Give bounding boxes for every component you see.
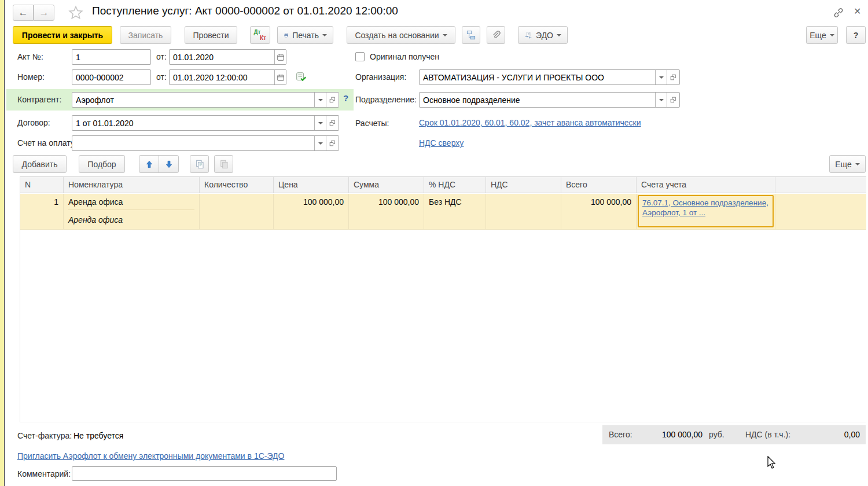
create-based-on-button[interactable]: Создать на основании (347, 26, 455, 44)
counterparty-label: Контрагент: (17, 92, 61, 108)
number-box (72, 69, 151, 85)
favorite-star-icon[interactable] (68, 5, 84, 21)
counterparty-check-help[interactable]: ? (343, 93, 348, 103)
settlements-vat-link[interactable]: НДС сверху (419, 138, 464, 148)
settlements-label: Расчеты: (355, 116, 389, 131)
open-form-icon (329, 119, 336, 127)
department-dropdown-button[interactable] (655, 93, 667, 107)
print-label: Печать (292, 31, 319, 40)
contract-open-button[interactable] (326, 116, 339, 130)
cell-total[interactable]: 100 000,00 (561, 194, 637, 229)
paste-rows-button[interactable] (214, 155, 233, 173)
save-label: Записать (128, 31, 163, 40)
act-date-input[interactable] (170, 50, 274, 64)
cell-vat-rate[interactable]: Без НДС (424, 194, 486, 229)
payment-invoice-dropdown-button[interactable] (314, 136, 326, 150)
cell-accounts[interactable]: 76.07.1, Основное подразделение, Аэрофло… (637, 194, 775, 229)
number-date-calendar-button[interactable] (274, 70, 286, 84)
column-header-nomenclature[interactable]: Номенклатура (64, 177, 200, 193)
column-header-vat[interactable]: НДС (486, 177, 561, 193)
invoice-value: Не требуется (73, 428, 123, 444)
organization-label: Организация: (355, 69, 406, 85)
counterparty-dropdown-button[interactable] (314, 93, 326, 107)
number-date-input[interactable] (170, 70, 274, 84)
column-header-total[interactable]: Всего (561, 177, 637, 193)
move-row-down-button[interactable] (159, 155, 179, 173)
pick-label: Подбор (87, 160, 116, 169)
more-button-table[interactable]: Еще (829, 155, 866, 173)
back-button[interactable]: ← (13, 5, 34, 21)
cell-n[interactable]: 1 (20, 194, 64, 229)
post-button[interactable]: Провести (185, 26, 237, 44)
set-current-time-icon[interactable] (295, 71, 307, 83)
act-date-calendar-button[interactable] (274, 50, 286, 64)
column-header-n[interactable]: N (20, 177, 64, 193)
arrow-down-icon (164, 160, 174, 169)
copy-rows-button[interactable] (190, 155, 209, 173)
document-window: ← → Поступление услуг: Акт 0000-000002 о… (4, 0, 868, 486)
save-button[interactable]: Записать (120, 26, 171, 44)
column-header-accounts[interactable]: Счета учета (637, 177, 775, 193)
cell-vat[interactable] (486, 194, 561, 229)
table-row[interactable]: 1 Аренда офиса Аренда офиса 100 000,00 1… (20, 194, 866, 230)
column-header-price[interactable]: Цена (274, 177, 349, 193)
organization-dropdown-button[interactable] (655, 70, 667, 84)
act-number-input[interactable] (72, 50, 150, 64)
pick-button[interactable]: Подбор (79, 155, 125, 173)
department-label: Подразделение: (355, 92, 417, 108)
column-header-quantity[interactable]: Количество (200, 177, 274, 193)
comment-input[interactable] (72, 467, 336, 480)
totals-value: 100 000,00 (637, 425, 703, 444)
original-received-checkbox[interactable] (355, 52, 365, 61)
cell-nomenclature[interactable]: Аренда офиса Аренда офиса (64, 194, 200, 229)
payment-invoice-input[interactable] (72, 136, 314, 150)
more-button-top[interactable]: Еще (806, 26, 838, 44)
forward-button[interactable]: → (34, 5, 54, 21)
department-input[interactable] (420, 93, 655, 107)
accounts-link[interactable]: 76.07.1, Основное подразделение, Аэрофло… (642, 198, 768, 217)
add-row-label: Добавить (22, 160, 58, 169)
payment-invoice-label: Счет на оплату: (17, 135, 77, 151)
column-header-sum[interactable]: Сумма (349, 177, 424, 193)
number-date-box (169, 69, 286, 85)
cell-sum[interactable]: 100 000,00 (349, 194, 424, 229)
edo-button[interactable]: ЭДО (518, 26, 568, 44)
contract-dropdown-button[interactable] (314, 116, 326, 130)
items-table-header: N Номенклатура Количество Цена Сумма % Н… (20, 176, 866, 193)
post-and-close-button[interactable]: Провести и закрыть (13, 26, 112, 44)
attachments-button[interactable] (487, 26, 505, 44)
items-table: N Номенклатура Количество Цена Сумма % Н… (20, 176, 866, 422)
act-number-label: Акт №: (17, 49, 43, 65)
dtkt-button[interactable]: Дт Кт (250, 26, 270, 44)
organization-open-button[interactable] (667, 70, 679, 84)
column-header-vat-rate[interactable]: % НДС (424, 177, 486, 193)
organization-input[interactable] (420, 70, 655, 84)
payment-invoice-open-button[interactable] (326, 136, 339, 150)
create-based-on-label: Создать на основании (355, 31, 439, 40)
contract-input[interactable] (72, 116, 314, 130)
number-input[interactable] (72, 70, 150, 84)
totals-currency: руб. (709, 425, 724, 444)
credit-label: Кт (260, 35, 266, 41)
cell-price[interactable]: 100 000,00 (274, 194, 349, 229)
comment-box (72, 466, 337, 481)
counterparty-input[interactable] (72, 93, 314, 107)
counterparty-box (72, 92, 339, 108)
add-row-button[interactable]: Добавить (13, 155, 67, 173)
more-caret-icon (830, 34, 834, 36)
get-link-icon[interactable] (832, 6, 845, 19)
help-button[interactable]: ? (846, 26, 866, 44)
cell-quantity[interactable] (200, 194, 274, 229)
move-row-up-button[interactable] (139, 155, 159, 173)
edo-label: ЭДО (536, 31, 553, 40)
paperclip-icon (490, 30, 502, 41)
close-icon[interactable]: ✕ (854, 6, 861, 17)
number-label: Номер: (17, 69, 45, 85)
settlements-terms-link[interactable]: Срок 01.01.2020, 60.01, 60.02, зачет ава… (419, 118, 641, 127)
help-label: ? (854, 31, 859, 40)
department-open-button[interactable] (667, 93, 679, 107)
counterparty-open-button[interactable] (326, 93, 339, 107)
related-documents-button[interactable] (462, 26, 480, 44)
edo-invite-link[interactable]: Пригласить Аэрофлот к обмену электронным… (17, 451, 284, 461)
print-button[interactable]: Печать (277, 26, 333, 44)
